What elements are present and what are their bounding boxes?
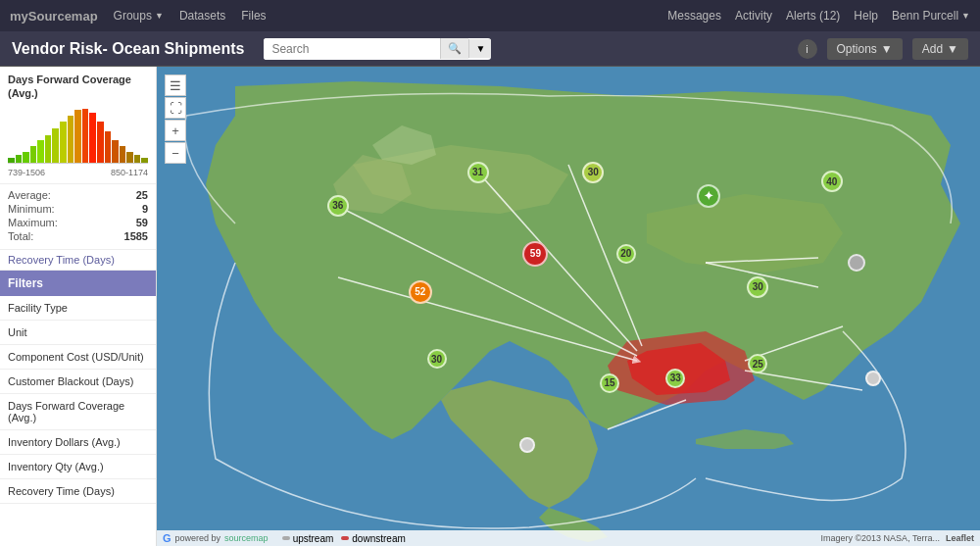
histogram-bar-5 <box>45 135 52 163</box>
groups-dropdown-icon: ▼ <box>155 11 164 21</box>
map-node-31[interactable]: 31 <box>467 162 489 183</box>
map-node-15[interactable]: 15 <box>600 373 619 393</box>
map-node-gray-e[interactable] <box>848 254 865 272</box>
histogram-bar-13 <box>105 131 112 163</box>
histogram-bar-7 <box>60 122 67 162</box>
map-zoom-in-button[interactable]: + <box>165 120 186 141</box>
histogram-bar-4 <box>37 140 44 163</box>
sourcemap-label: sourcemap <box>224 533 269 543</box>
nav-activity[interactable]: Activity <box>735 9 772 23</box>
histogram-bar-15 <box>120 146 126 163</box>
search-dropdown-button[interactable]: ▼ <box>468 39 491 58</box>
nav-messages[interactable]: Messages <box>667 9 721 23</box>
main-content: Days Forward Coverage(Avg.) 739-1506 850… <box>0 67 980 546</box>
map-background <box>157 67 980 546</box>
upstream-dot <box>282 536 290 540</box>
histogram-bar-10 <box>82 109 89 163</box>
filter-unit[interactable]: Unit <box>0 321 156 345</box>
search-button[interactable]: 🔍 <box>440 38 468 59</box>
search-container: 🔍 ▼ <box>264 38 491 60</box>
stats-area: Average: 25 Minimum: 9 Maximum: 59 Total… <box>0 184 156 250</box>
add-button[interactable]: Add ▼ <box>912 38 968 60</box>
stat-total: Total: 1585 <box>8 229 148 243</box>
map-node-52[interactable]: 52 <box>409 280 432 304</box>
histogram-bar-12 <box>97 122 104 162</box>
histogram-bar-14 <box>112 140 119 163</box>
user-dropdown-icon: ▼ <box>961 11 970 21</box>
chart-area: Days Forward Coverage(Avg.) 739-1506 850… <box>0 67 156 184</box>
map-menu-button[interactable]: ☰ <box>165 74 186 96</box>
histogram-bar-0 <box>8 158 15 163</box>
histogram-bar-17 <box>134 155 141 162</box>
nav-files[interactable]: Files <box>241 9 266 23</box>
filters-header: Filters <box>0 271 156 296</box>
histogram-bar-1 <box>16 155 23 162</box>
subheader: Vendor Risk- Ocean Shipments 🔍 ▼ i Optio… <box>0 31 980 67</box>
sidebar: Days Forward Coverage(Avg.) 739-1506 850… <box>0 67 157 546</box>
histogram-bar-3 <box>30 146 37 163</box>
histogram-bar-9 <box>74 110 81 162</box>
map-node-33[interactable]: 33 <box>665 369 685 388</box>
map-node-30-sw[interactable]: 30 <box>427 349 447 369</box>
map-zoom-out-button[interactable]: − <box>165 142 186 164</box>
filter-inventory-qty[interactable]: Inventory Qty (Avg.) <box>0 455 156 479</box>
nav-help[interactable]: Help <box>854 9 878 23</box>
histogram-bar-11 <box>89 113 96 162</box>
stat-average: Average: 25 <box>8 188 148 202</box>
map-node-30-ec[interactable]: 30 <box>747 276 768 298</box>
chart-axis: 739-1506 850-1174 <box>8 168 148 177</box>
upstream-label: upstream <box>293 533 334 544</box>
histogram <box>8 105 148 164</box>
map-footer: G powered by sourcemap upstream downstre… <box>157 530 980 546</box>
filter-customer-blackout[interactable]: Customer Blackout (Days) <box>0 370 156 394</box>
legend-upstream: upstream <box>282 533 334 544</box>
stat-minimum: Minimum: 9 <box>8 202 148 216</box>
map-node-30-n[interactable]: 30 <box>582 162 604 183</box>
histogram-bar-8 <box>68 116 74 163</box>
search-input[interactable] <box>264 38 440 60</box>
histogram-bar-18 <box>141 158 148 163</box>
filter-component-cost[interactable]: Component Cost (USD/Unit) <box>0 345 156 370</box>
nav-datasets[interactable]: Datasets <box>179 9 225 23</box>
brand-logo[interactable]: mySourcemap <box>10 9 98 24</box>
filter-facility-type[interactable]: Facility Type <box>0 296 156 321</box>
downstream-dot <box>341 536 349 540</box>
stat-maximum: Maximum: 59 <box>8 216 148 229</box>
add-dropdown-icon: ▼ <box>947 42 958 56</box>
nav-user[interactable]: Benn Purcell ▼ <box>892 9 970 23</box>
map-controls: ☰ ⛶ + − <box>165 74 186 164</box>
map-node-gray-m[interactable] <box>519 437 535 453</box>
axis-min: 739-1506 <box>8 168 45 177</box>
navbar: mySourcemap Groups ▼ Datasets Files Mess… <box>0 0 980 31</box>
filter-recovery-time[interactable]: Recovery Time (Days) <box>0 479 156 504</box>
map-fullscreen-button[interactable]: ⛶ <box>165 97 186 119</box>
nav-groups[interactable]: Groups ▼ <box>114 9 164 23</box>
map-node-36[interactable]: 36 <box>327 195 349 217</box>
histogram-bar-6 <box>52 128 59 163</box>
info-button[interactable]: i <box>798 39 817 59</box>
map-node-gray-se[interactable] <box>865 371 881 386</box>
map-node-20[interactable]: 20 <box>616 244 636 264</box>
google-logo: G <box>163 532 172 544</box>
chart-label: Days Forward Coverage(Avg.) <box>8 73 148 101</box>
options-button[interactable]: Options ▼ <box>827 38 903 60</box>
legend-downstream: downstream <box>341 533 405 544</box>
nav-alerts[interactable]: Alerts (12) <box>786 9 840 23</box>
map-node-40[interactable]: 40 <box>821 171 843 192</box>
options-dropdown-icon: ▼ <box>881 42 893 56</box>
filter-inventory-dollars[interactable]: Inventory Dollars (Avg.) <box>0 430 156 455</box>
downstream-label: downstream <box>352 533 405 544</box>
map-area[interactable]: ☰ ⛶ + − 36 31 30 59 20 ✦ 40 52 30 30 15 … <box>157 67 980 546</box>
map-legend: upstream downstream <box>282 533 406 544</box>
map-node-59[interactable]: 59 <box>522 241 548 267</box>
map-attribution-right: Imagery ©2013 NASA, Terra... Leaflet <box>820 533 974 543</box>
filter-days-forward[interactable]: Days Forward Coverage (Avg.) <box>0 394 156 430</box>
right-actions: i Options ▼ Add ▼ <box>798 38 969 60</box>
page-title: Vendor Risk- Ocean Shipments <box>12 40 244 58</box>
histogram-bar-2 <box>23 152 29 163</box>
recovery-time-link[interactable]: Recovery Time (Days) <box>0 250 156 271</box>
map-node-25[interactable]: 25 <box>748 354 767 373</box>
map-node-hub[interactable]: ✦ <box>697 184 720 208</box>
powered-by-label: powered by <box>175 533 221 543</box>
map-attribution: Imagery ©2013 NASA, Terra... <box>820 533 940 543</box>
